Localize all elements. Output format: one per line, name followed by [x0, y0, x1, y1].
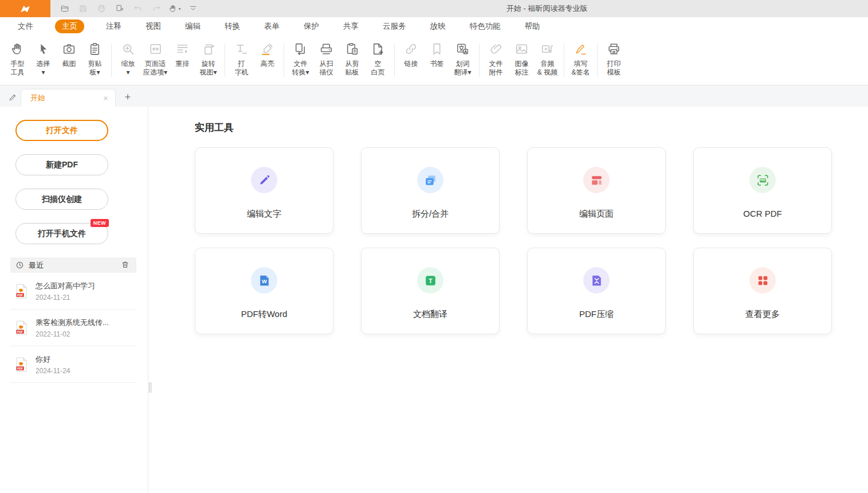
zoom-icon: [121, 42, 135, 56]
card-view-more[interactable]: 查看更多: [693, 248, 832, 334]
title-bar: ▾ 开始 - 福昕阅读器专业版: [0, 0, 868, 17]
recent-file-item[interactable]: 你好 2024-11-24: [10, 346, 136, 383]
reflow-icon: [175, 42, 190, 56]
main-area: 打开文件 新建PDF 扫描仪创建 打开手机文件 NEW 最近 怎么面对高中学习 …: [0, 107, 868, 493]
menu-tab-edit[interactable]: 编辑: [183, 19, 203, 33]
tool-from-scanner[interactable]: 从扫 描仪: [313, 35, 339, 85]
recent-title: 最近: [29, 260, 121, 271]
tool-print-template[interactable]: 打印 模板: [601, 35, 627, 85]
open-file-button[interactable]: 打开文件: [15, 120, 108, 141]
tool-bookmark[interactable]: 书签: [424, 35, 450, 85]
tool-from-clipboard[interactable]: 从剪 贴板: [339, 35, 365, 85]
recent-file-item[interactable]: 怎么面对高中学习 2024-11-21: [10, 273, 136, 310]
tool-link[interactable]: 链接: [398, 35, 424, 85]
ocr-pdf-icon: [756, 173, 770, 187]
document-tab-strip: 开始: [0, 85, 868, 107]
sidebar-resize-handle[interactable]: [149, 382, 153, 393]
pdf-to-word-icon: [257, 273, 272, 288]
menu-tab-home[interactable]: 主页: [55, 19, 84, 33]
ribbon-separator: [394, 44, 395, 77]
open-file-icon[interactable]: [57, 2, 72, 15]
tool-snapshot[interactable]: 截图: [56, 35, 82, 85]
plus-icon: [124, 93, 132, 101]
open-mobile-file-button[interactable]: 打开手机文件 NEW: [15, 223, 108, 244]
tool-translate[interactable]: 划词 翻译▾: [450, 35, 476, 85]
window-title: 开始 - 福昕阅读器专业版: [506, 0, 588, 17]
tool-audio-video[interactable]: 音频 & 视频: [535, 35, 560, 85]
card-edit-pages[interactable]: 编辑页面: [527, 147, 666, 234]
redo-icon[interactable]: [149, 2, 164, 15]
save-icon[interactable]: [76, 2, 91, 15]
menu-tab-comment[interactable]: 注释: [104, 19, 124, 33]
menu-tab-cloud[interactable]: 云服务: [380, 19, 409, 33]
edit-text-icon: [257, 173, 272, 187]
tool-page-fit[interactable]: 页面适 应选项▾: [141, 35, 170, 85]
menu-tab-slideshow[interactable]: 放映: [428, 19, 448, 33]
recent-file-item[interactable]: 乘客检测系统无线传... 2022-11-02: [10, 310, 136, 346]
hand-annotate-icon[interactable]: ▾: [167, 2, 182, 15]
card-pdf-compress[interactable]: PDF压缩: [527, 248, 666, 334]
tool-zoom[interactable]: 缩放 ▾: [115, 35, 141, 85]
tool-rotate-view[interactable]: 旋转 视图▾: [195, 35, 221, 85]
menu-tab-file[interactable]: 文件: [15, 19, 36, 33]
menu-tab-protect[interactable]: 保护: [301, 19, 321, 33]
from-scanner-icon: [319, 42, 333, 56]
tool-file-attachment[interactable]: 文件 附件: [483, 35, 509, 85]
new-pdf-button[interactable]: 新建PDF: [15, 154, 108, 175]
ribbon-toolbar: 手型 工具 选择 ▾ 截图 剪贴 板▾ 缩放 ▾ 页面适 应选项▾ 重排 旋转 …: [0, 35, 868, 85]
app-logo-button[interactable]: [0, 0, 50, 17]
sidebar: 打开文件 新建PDF 扫描仪创建 打开手机文件 NEW 最近 怎么面对高中学习 …: [0, 107, 148, 493]
tool-card-grid: 编辑文字 拆分/合并 编辑页面 OCR PDF PDF转Word 文档翻译: [195, 147, 868, 334]
attachment-icon: [489, 42, 503, 56]
document-tab-start[interactable]: 开始: [21, 89, 116, 107]
tool-fill-sign[interactable]: 填写 &签名: [568, 35, 594, 85]
menu-tab-view[interactable]: 视图: [143, 19, 163, 33]
print-template-icon: [607, 42, 621, 56]
ribbon-separator: [564, 44, 564, 77]
card-pdf-to-word[interactable]: PDF转Word: [195, 248, 333, 334]
translate-icon: [455, 42, 470, 56]
card-ocr-pdf[interactable]: OCR PDF: [693, 147, 832, 234]
tool-select[interactable]: 选择 ▾: [30, 35, 56, 85]
tool-highlight[interactable]: 高亮: [254, 35, 280, 85]
hand-icon: [10, 42, 25, 56]
tool-clipboard[interactable]: 剪贴 板▾: [82, 35, 108, 85]
recent-file-name: 你好: [36, 354, 70, 365]
page-fit-icon: [148, 42, 163, 56]
menu-tab-share[interactable]: 共享: [341, 19, 361, 33]
tool-typewriter[interactable]: 打 字机: [229, 35, 254, 85]
tool-reflow[interactable]: 重排: [170, 35, 195, 85]
card-edit-text[interactable]: 编辑文字: [195, 147, 333, 234]
highlight-icon: [260, 42, 274, 56]
recent-file-list: 怎么面对高中学习 2024-11-21 乘客检测系统无线传... 2022-11…: [10, 273, 136, 383]
recent-header: 最近: [10, 257, 136, 273]
menu-tab-form[interactable]: 表单: [262, 19, 282, 33]
menu-tab-features[interactable]: 特色功能: [468, 19, 503, 33]
print-icon[interactable]: [94, 2, 109, 15]
menu-tab-convert[interactable]: 转换: [222, 19, 242, 33]
card-doc-translate[interactable]: 文档翻译: [361, 248, 500, 334]
content-area: 实用工具 编辑文字 拆分/合并 编辑页面 OCR PDF PDF转Word: [148, 107, 868, 493]
recent-file-date: 2024-11-21: [36, 294, 95, 302]
export-icon[interactable]: [112, 2, 127, 15]
new-tab-button[interactable]: [120, 89, 135, 104]
recent-file-date: 2022-11-02: [36, 330, 109, 338]
card-split-merge[interactable]: 拆分/合并: [361, 147, 500, 234]
clear-recent-button[interactable]: [121, 260, 131, 271]
bookmark-icon: [430, 42, 444, 56]
tool-image-annotation[interactable]: 图像 标注: [509, 35, 535, 85]
undo-icon[interactable]: [131, 2, 146, 15]
file-convert-icon: [293, 42, 308, 56]
tab-close-icon[interactable]: [101, 93, 110, 103]
tool-hand[interactable]: 手型 工具: [5, 35, 30, 85]
customize-toolbar-icon[interactable]: [186, 2, 201, 15]
annotate-pencil-icon[interactable]: [5, 88, 21, 105]
audio-video-icon: [540, 42, 555, 56]
image-annotation-icon: [514, 42, 529, 56]
from-clipboard-icon: [345, 42, 359, 56]
scanner-create-button[interactable]: 扫描仪创建: [15, 189, 108, 210]
tool-file-convert[interactable]: 文件 转换▾: [288, 35, 313, 85]
tool-blank-page[interactable]: 空 白页: [365, 35, 391, 85]
doc-translate-icon: [423, 273, 438, 288]
menu-tab-help[interactable]: 帮助: [523, 19, 543, 33]
